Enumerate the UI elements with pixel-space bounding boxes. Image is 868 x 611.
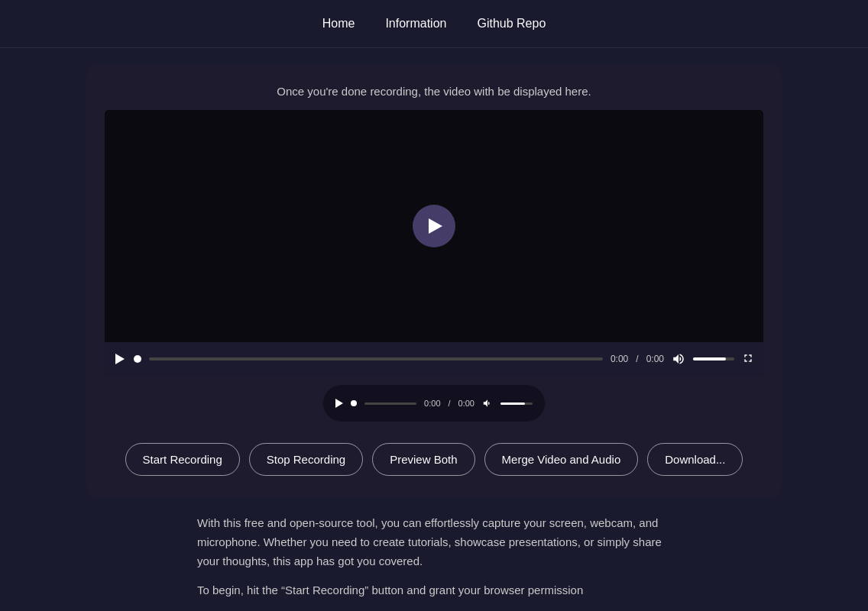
fullscreen-icon xyxy=(742,352,754,364)
mini-mute-icon xyxy=(482,398,493,409)
navbar: Home Information Github Repo xyxy=(0,0,868,48)
mini-volume-fill xyxy=(500,402,525,405)
main-progress-dot xyxy=(134,355,141,363)
main-fullscreen-button[interactable] xyxy=(742,352,754,367)
main-time-separator: / xyxy=(636,354,638,364)
main-volume-fill xyxy=(693,357,726,360)
mini-time-separator: / xyxy=(449,399,451,408)
preview-both-button[interactable]: Preview Both xyxy=(372,443,474,476)
main-play-button[interactable] xyxy=(413,205,455,247)
mini-progress-track[interactable] xyxy=(364,402,416,405)
main-mute-button[interactable] xyxy=(672,352,685,366)
mini-current-time: 0:00 xyxy=(424,399,440,408)
main-card: Once you're done recording, the video wi… xyxy=(86,63,782,499)
main-controls-bar: 0:00 / 0:00 xyxy=(105,342,763,376)
nav-home[interactable]: Home xyxy=(322,17,355,31)
mute-icon xyxy=(672,352,685,366)
merge-video-audio-button[interactable]: Merge Video and Audio xyxy=(484,443,639,476)
main-volume-track[interactable] xyxy=(693,357,734,360)
mini-video-player: 0:00 / 0:00 xyxy=(323,385,545,422)
main-progress-track[interactable] xyxy=(149,357,603,360)
nav-information[interactable]: Information xyxy=(385,17,446,31)
main-total-time: 0:00 xyxy=(646,354,664,364)
mini-total-time: 0:00 xyxy=(458,399,474,408)
video-area xyxy=(105,110,763,342)
description-paragraph-1: With this free and open-source tool, you… xyxy=(197,514,671,571)
main-video-player: 0:00 / 0:00 xyxy=(105,110,763,376)
action-buttons-row: Start Recording Stop Recording Preview B… xyxy=(105,443,763,476)
play-icon xyxy=(429,218,442,234)
card-subtitle: Once you're done recording, the video wi… xyxy=(105,85,763,98)
download-button[interactable]: Download... xyxy=(647,443,743,476)
mini-mute-button[interactable] xyxy=(482,398,493,409)
main-play-pause-button[interactable] xyxy=(114,352,126,366)
mini-volume-track[interactable] xyxy=(500,402,533,405)
stop-recording-button[interactable]: Stop Recording xyxy=(249,443,363,476)
mini-play-icon xyxy=(335,399,343,408)
start-recording-button[interactable]: Start Recording xyxy=(125,443,240,476)
nav-github-repo[interactable]: Github Repo xyxy=(477,17,546,31)
description-paragraph-2: To begin, hit the “Start Recording” butt… xyxy=(197,581,671,600)
play-pause-icon xyxy=(115,354,125,364)
mini-play-pause-button[interactable] xyxy=(335,399,343,408)
mini-progress-dot xyxy=(351,400,357,406)
main-current-time: 0:00 xyxy=(611,354,628,364)
description-section: With this free and open-source tool, you… xyxy=(182,514,686,600)
